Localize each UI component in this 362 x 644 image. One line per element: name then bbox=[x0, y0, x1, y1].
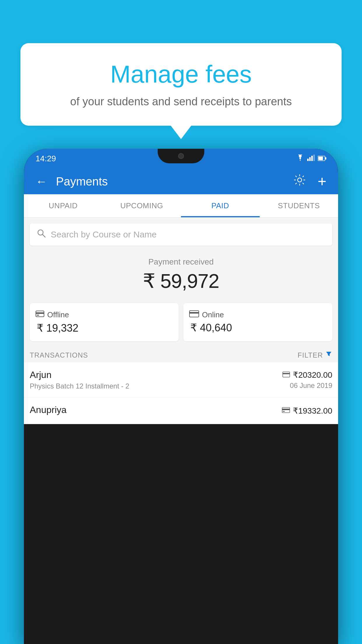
filter-label: FILTER bbox=[298, 351, 323, 359]
tab-paid[interactable]: PAID bbox=[181, 194, 260, 217]
svg-rect-15 bbox=[283, 372, 290, 377]
svg-rect-5 bbox=[325, 157, 326, 160]
svg-point-7 bbox=[298, 178, 302, 182]
tab-upcoming[interactable]: UPCOMING bbox=[103, 194, 181, 217]
payment-received-label: Payment received bbox=[30, 257, 332, 267]
tab-unpaid[interactable]: UNPAID bbox=[24, 194, 103, 217]
status-bar: 14:29 bbox=[24, 149, 338, 169]
svg-rect-11 bbox=[36, 312, 44, 314]
wifi-icon bbox=[296, 155, 304, 163]
svg-rect-19 bbox=[283, 411, 285, 412]
svg-rect-1 bbox=[309, 157, 311, 161]
settings-button[interactable] bbox=[290, 171, 309, 192]
tabs-bar: UNPAID UPCOMING PAID STUDENTS bbox=[24, 194, 338, 218]
search-bar[interactable]: Search by Course or Name bbox=[30, 223, 332, 246]
svg-rect-13 bbox=[189, 311, 199, 317]
transaction-name: Arjun bbox=[30, 370, 282, 380]
transaction-amount: ₹19332.00 bbox=[293, 406, 332, 416]
offline-icon bbox=[36, 310, 44, 320]
offline-card-header: Offline bbox=[36, 310, 173, 320]
transaction-right: ₹20320.00 06 June 2019 bbox=[282, 370, 332, 390]
notch bbox=[158, 149, 204, 163]
online-payment-card: Online ₹ 40,640 bbox=[183, 303, 332, 341]
battery-icon bbox=[318, 155, 326, 163]
svg-rect-3 bbox=[313, 155, 315, 161]
table-row[interactable]: Anupriya ₹19332.00 bbox=[24, 398, 338, 424]
transaction-right: ₹19332.00 bbox=[282, 406, 332, 416]
transaction-list: Arjun Physics Batch 12 Installment - 2 ₹… bbox=[24, 363, 338, 424]
transaction-left: Anupriya bbox=[30, 405, 282, 417]
transaction-amount-row: ₹20320.00 bbox=[282, 370, 332, 380]
add-button[interactable]: + bbox=[315, 171, 329, 192]
search-input[interactable]: Search by Course or Name bbox=[51, 230, 157, 239]
transaction-left: Arjun Physics Batch 12 Installment - 2 bbox=[30, 370, 282, 390]
speech-bubble: Manage fees of your students and send re… bbox=[20, 43, 342, 126]
payment-amount: ₹ 59,972 bbox=[30, 270, 332, 293]
app-header: ← Payments + bbox=[24, 169, 338, 194]
transaction-name: Anupriya bbox=[30, 405, 282, 415]
svg-rect-2 bbox=[311, 156, 313, 161]
signal-icon bbox=[307, 155, 315, 163]
phone-frame: 14:29 bbox=[24, 149, 338, 644]
transactions-header: TRANSACTIONS FILTER bbox=[24, 346, 338, 363]
transaction-amount: ₹20320.00 bbox=[293, 370, 332, 380]
svg-line-9 bbox=[43, 235, 45, 237]
transaction-description: Physics Batch 12 Installment - 2 bbox=[30, 382, 282, 390]
payment-summary: Payment received ₹ 59,972 bbox=[24, 249, 338, 298]
transaction-amount-row: ₹19332.00 bbox=[282, 406, 332, 416]
filter-icon bbox=[325, 351, 332, 360]
tab-students[interactable]: STUDENTS bbox=[260, 194, 338, 217]
search-icon bbox=[37, 229, 46, 240]
svg-rect-0 bbox=[307, 159, 309, 161]
svg-rect-6 bbox=[318, 157, 323, 160]
status-time: 14:29 bbox=[36, 154, 56, 163]
table-row[interactable]: Arjun Physics Batch 12 Installment - 2 ₹… bbox=[24, 363, 338, 398]
back-button[interactable]: ← bbox=[33, 172, 50, 191]
header-title: Payments bbox=[56, 175, 284, 188]
transactions-label: TRANSACTIONS bbox=[30, 351, 88, 359]
bubble-title: Manage fees bbox=[38, 61, 324, 88]
svg-rect-12 bbox=[37, 315, 39, 316]
online-label: Online bbox=[202, 310, 224, 319]
phone-content: Search by Course or Name Payment receive… bbox=[24, 218, 338, 424]
offline-amount: ₹ 19,332 bbox=[37, 322, 173, 334]
payment-method-cards: Offline ₹ 19,332 Online ₹ 40,640 bbox=[24, 298, 338, 346]
camera-dot bbox=[178, 153, 184, 159]
transaction-date: 06 June 2019 bbox=[282, 382, 332, 390]
svg-rect-16 bbox=[283, 373, 290, 374]
online-icon bbox=[189, 310, 199, 319]
offline-payment-icon bbox=[282, 407, 290, 415]
bubble-subtitle: of your students and send receipts to pa… bbox=[38, 94, 324, 109]
status-icons bbox=[296, 155, 326, 163]
card-icon bbox=[282, 371, 290, 379]
svg-rect-18 bbox=[282, 409, 290, 410]
svg-rect-14 bbox=[189, 312, 199, 314]
offline-payment-card: Offline ₹ 19,332 bbox=[30, 303, 179, 341]
online-amount: ₹ 40,640 bbox=[190, 322, 326, 334]
filter-button[interactable]: FILTER bbox=[298, 351, 332, 360]
offline-label: Offline bbox=[47, 310, 69, 319]
online-card-header: Online bbox=[189, 310, 326, 319]
